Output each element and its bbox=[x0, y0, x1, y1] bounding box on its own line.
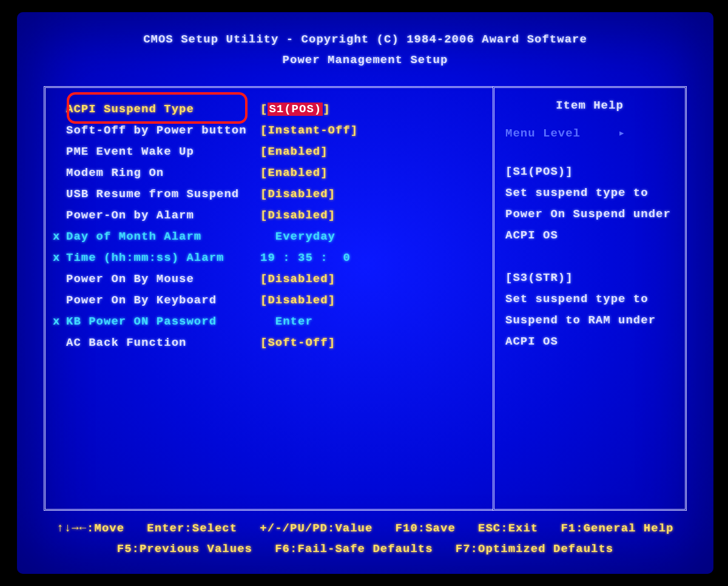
row-mark bbox=[53, 269, 66, 290]
help-menu-level: Menu Level ▸ bbox=[505, 123, 674, 144]
setting-row: xDay of Month Alarm Everyday bbox=[53, 226, 485, 248]
setting-row: xTime (hh:mm:ss) Alarm19 : 35 : 0 bbox=[53, 248, 485, 269]
setting-value[interactable]: [Enabled] bbox=[260, 141, 485, 163]
help-line: Set suspend type to bbox=[505, 289, 674, 310]
help-panel: Item Help Menu Level ▸ [S1(POS)]Set susp… bbox=[493, 86, 687, 511]
row-mark bbox=[53, 99, 66, 120]
setting-row[interactable]: Soft-Off by Power button[Instant-Off] bbox=[53, 120, 485, 141]
setting-label: Modem Ring On bbox=[66, 163, 260, 184]
settings-panel[interactable]: ACPI Suspend Type[S1(POS)]Soft-Off by Po… bbox=[44, 86, 493, 511]
setting-value-text: Disabled bbox=[268, 272, 328, 286]
header-title: CMOS Setup Utility - Copyright (C) 1984-… bbox=[17, 29, 713, 50]
setting-label: PME Event Wake Up bbox=[66, 141, 260, 163]
setting-value[interactable]: [Enabled] bbox=[260, 163, 485, 184]
setting-value-text: Disabled bbox=[268, 209, 328, 222]
setting-value-text: Enabled bbox=[268, 145, 320, 158]
setting-label: Time (hh:mm:ss) Alarm bbox=[66, 248, 260, 269]
row-mark: x bbox=[53, 311, 66, 332]
row-mark bbox=[53, 332, 66, 354]
setting-row[interactable]: Modem Ring On[Enabled] bbox=[53, 163, 485, 184]
setting-value-text: Disabled bbox=[268, 294, 328, 307]
row-mark bbox=[53, 184, 66, 205]
setting-label: ACPI Suspend Type bbox=[66, 99, 260, 120]
help-line: Suspend to RAM under bbox=[505, 310, 674, 331]
footer-line-1: ↑↓→←:Move Enter:Select +/-/PU/PD:Value F… bbox=[17, 518, 713, 539]
setting-value-text: Enabled bbox=[268, 166, 320, 180]
row-mark bbox=[53, 163, 66, 184]
setting-row[interactable]: ACPI Suspend Type[S1(POS)] bbox=[53, 99, 485, 120]
setting-value[interactable]: [Disabled] bbox=[260, 269, 485, 290]
setting-value[interactable]: [Disabled] bbox=[260, 290, 485, 311]
setting-row[interactable]: Power On By Mouse[Disabled] bbox=[53, 269, 485, 290]
setting-row: xKB Power ON Password Enter bbox=[53, 311, 485, 332]
setting-value-text: Instant-Off bbox=[268, 124, 350, 137]
header-subtitle: Power Management Setup bbox=[17, 50, 713, 70]
row-mark: x bbox=[53, 248, 66, 269]
row-mark: x bbox=[53, 226, 66, 248]
setting-value: 19 : 35 : 0 bbox=[260, 248, 485, 269]
row-mark bbox=[53, 120, 66, 141]
setting-value-text: Disabled bbox=[268, 187, 328, 201]
setting-value: Enter bbox=[260, 311, 485, 332]
setting-row[interactable]: PME Event Wake Up[Enabled] bbox=[53, 141, 485, 163]
help-line: [S1(POS)] bbox=[505, 161, 674, 183]
help-line: Power On Suspend under bbox=[505, 204, 674, 225]
setting-value[interactable]: [Soft-Off] bbox=[260, 332, 485, 354]
setting-value[interactable]: [Disabled] bbox=[260, 184, 485, 205]
setting-label: KB Power ON Password bbox=[66, 311, 260, 332]
help-line: Set suspend type to bbox=[505, 183, 674, 204]
setting-row[interactable]: AC Back Function[Soft-Off] bbox=[53, 332, 485, 354]
row-mark bbox=[53, 205, 66, 226]
setting-value-text: S1(POS) bbox=[268, 103, 323, 116]
setting-label: AC Back Function bbox=[66, 332, 260, 354]
setting-label: Day of Month Alarm bbox=[66, 226, 260, 248]
footer-keys: ↑↓→←:Move Enter:Select +/-/PU/PD:Value F… bbox=[17, 518, 713, 559]
help-line: ACPI OS bbox=[505, 331, 674, 352]
setting-label: Power On By Keyboard bbox=[66, 290, 260, 311]
setting-value[interactable]: [Instant-Off] bbox=[260, 120, 485, 141]
header: CMOS Setup Utility - Copyright (C) 1984-… bbox=[17, 12, 713, 75]
setting-value: Everyday bbox=[260, 226, 485, 248]
row-mark bbox=[53, 141, 66, 163]
setting-row[interactable]: Power-On by Alarm[Disabled] bbox=[53, 205, 485, 226]
help-line: [S3(STR)] bbox=[505, 268, 674, 289]
panel-wrap: ACPI Suspend Type[S1(POS)]Soft-Off by Po… bbox=[44, 86, 687, 511]
bios-screen: CMOS Setup Utility - Copyright (C) 1984-… bbox=[17, 12, 713, 574]
help-title: Item Help bbox=[505, 99, 674, 112]
setting-label: Soft-Off by Power button bbox=[66, 120, 260, 141]
help-line: ACPI OS bbox=[505, 225, 674, 246]
setting-row[interactable]: Power On By Keyboard[Disabled] bbox=[53, 290, 485, 311]
footer-line-2: F5:Previous Values F6:Fail-Safe Defaults… bbox=[17, 539, 713, 559]
setting-value-text: Soft-Off bbox=[268, 336, 328, 349]
setting-value[interactable]: [S1(POS)] bbox=[260, 99, 485, 120]
setting-label: Power On By Mouse bbox=[66, 269, 260, 290]
setting-label: Power-On by Alarm bbox=[66, 205, 260, 226]
setting-label: USB Resume from Suspend bbox=[66, 184, 260, 205]
setting-row[interactable]: USB Resume from Suspend[Disabled] bbox=[53, 184, 485, 205]
help-line bbox=[505, 246, 674, 268]
help-content: [S1(POS)]Set suspend type toPower On Sus… bbox=[505, 161, 674, 352]
row-mark bbox=[53, 290, 66, 311]
setting-value[interactable]: [Disabled] bbox=[260, 205, 485, 226]
